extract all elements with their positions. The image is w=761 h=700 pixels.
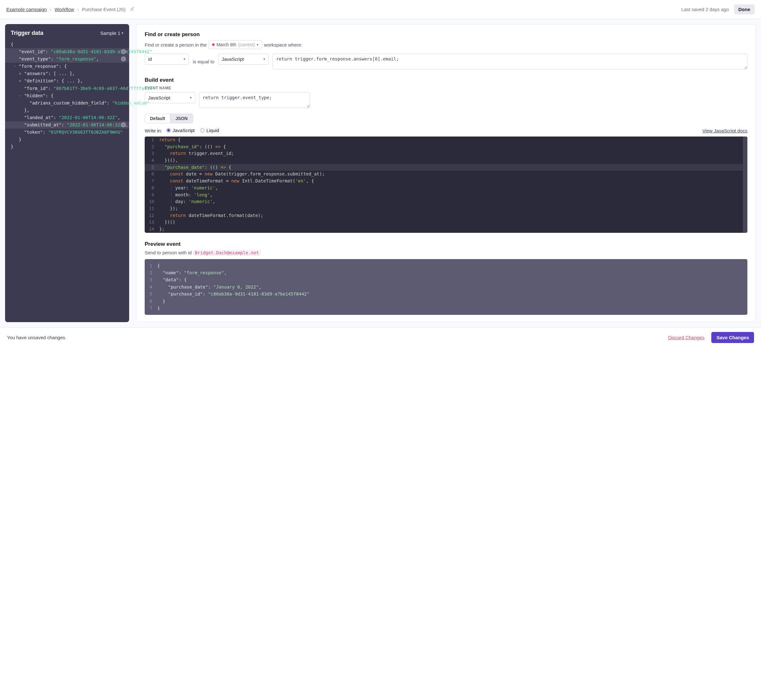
json-line: } (5, 136, 129, 143)
json-line[interactable]: + "answers": [ ... ], (5, 70, 129, 77)
trigger-data-panel: Trigger data Sample 1 ▾ { "event_id": "c… (5, 24, 129, 322)
json-line[interactable]: "event_type": "form_response",✓ (5, 55, 129, 63)
json-line[interactable]: "token": "01FRQVCV36G63TT62BZA8F9WXG" (5, 128, 129, 136)
build-title: Build event (145, 77, 747, 83)
find-title: Find or create person (145, 31, 747, 38)
chevron-down-icon: ▾ (257, 43, 259, 47)
workspace-name: March 8th (217, 42, 236, 47)
header-right: Last saved 2 days ago Done (681, 5, 755, 14)
footer: You have unsaved changes. Discard Change… (0, 327, 761, 347)
json-line: } (5, 143, 129, 150)
preview-person-id: Bridget.Dach@example.net (193, 250, 261, 256)
chevron-right-icon: › (50, 7, 51, 12)
tab-default[interactable]: Default (145, 114, 170, 123)
chevron-down-icon: ▾ (184, 57, 186, 61)
preview-desc: Send to person with id Bridget.Dach@exam… (145, 250, 747, 255)
sample-label: Sample 1 (100, 30, 120, 36)
mode-select[interactable]: JavaScript▾ (218, 53, 269, 65)
trigger-title: Trigger data (11, 30, 44, 36)
lang-liquid-radio[interactable]: Liquid (200, 128, 219, 133)
chevron-right-icon: › (77, 7, 79, 12)
unsaved-notice: You have unsaved changes. (7, 335, 67, 340)
event-name-mode-select[interactable]: JavaScript▾ (145, 92, 195, 103)
check-icon: ✓ (121, 122, 126, 127)
workspace: Trigger data Sample 1 ▾ { "event_id": "c… (0, 19, 761, 327)
event-name-expression-input[interactable] (199, 92, 310, 108)
code-editor[interactable]: 1return { 2 "purchase_id": (() => { 3 re… (145, 136, 747, 233)
find-helper: Find or create a person in the March 8th… (145, 40, 747, 49)
event-name-row: JavaScript▾ (145, 92, 747, 108)
check-icon: ✓ (121, 49, 126, 54)
preview-title: Preview event (145, 241, 747, 247)
caret-down-icon: ▾ (190, 96, 192, 100)
sample-select[interactable]: Sample 1 ▾ (100, 30, 123, 36)
breadcrumb: Example campaign › Workflow › Purchase E… (6, 7, 134, 12)
write-in-label: Write in: (145, 128, 162, 133)
json-line[interactable]: "form_id": "867b61f7-3be9-4c69-a637-46d7… (5, 85, 129, 92)
docs-link[interactable]: View JavaScript docs (702, 128, 747, 133)
json-line[interactable]: - "hidden": { (5, 92, 129, 100)
view-tabs: Default JSON (145, 114, 193, 123)
json-line[interactable]: + "definition": { ... }, (5, 77, 129, 84)
trigger-json: { "event_id": "c80ab38a-9d31-4181-83d9-a… (5, 41, 129, 150)
config-panel: Find or create person Find or create a p… (136, 24, 756, 322)
lang-js-radio[interactable]: JavaScript (167, 128, 195, 133)
last-saved: Last saved 2 days ago (681, 7, 729, 12)
done-button[interactable]: Done (734, 5, 755, 14)
check-icon: ✓ (121, 56, 126, 61)
breadcrumb-workflow[interactable]: Workflow (55, 7, 74, 12)
json-line[interactable]: "submitted_at": "2022-01-06T14:06:32Z",✓ (5, 121, 129, 128)
json-line[interactable]: "adrians_custom_hidden_field": "hidden_v… (5, 100, 129, 107)
json-line[interactable]: "event_id": "c80ab38a-9d31-4181-83d9-a7b… (5, 48, 129, 55)
dot-icon (212, 44, 215, 46)
breadcrumb-campaign[interactable]: Example campaign (6, 7, 47, 12)
workspace-select[interactable]: March 8th (current) ▾ (209, 40, 262, 49)
write-in-row: Write in: JavaScript Liquid View JavaScr… (145, 128, 747, 133)
tab-json[interactable]: JSON (170, 114, 192, 123)
breadcrumb-current: Purchase Event (JS) (82, 7, 126, 12)
operator-label: is equal to (193, 59, 214, 64)
event-name-label: EVENT NAME (145, 86, 747, 90)
find-expression-input[interactable] (273, 53, 747, 69)
json-line[interactable]: - "form_response": { (5, 63, 129, 70)
discard-changes-link[interactable]: Discard Changes (668, 335, 704, 340)
json-line: }, (5, 107, 129, 114)
attribute-select[interactable]: id▾ (145, 53, 189, 65)
save-changes-button[interactable]: Save Changes (711, 332, 754, 343)
find-row: id▾ is equal to JavaScript▾ (145, 53, 747, 69)
edit-icon[interactable] (130, 7, 134, 12)
json-line[interactable]: "landed_at": "2022-01-06T14:06:32Z", (5, 114, 129, 121)
caret-down-icon: ▾ (264, 57, 265, 61)
json-line: { (5, 41, 129, 48)
header: Example campaign › Workflow › Purchase E… (0, 0, 761, 19)
chevron-down-icon: ▾ (122, 31, 123, 35)
workspace-suffix: (current) (238, 42, 255, 47)
preview-output: 1{ 2 "name": "form_response", 3 "data": … (145, 259, 747, 315)
